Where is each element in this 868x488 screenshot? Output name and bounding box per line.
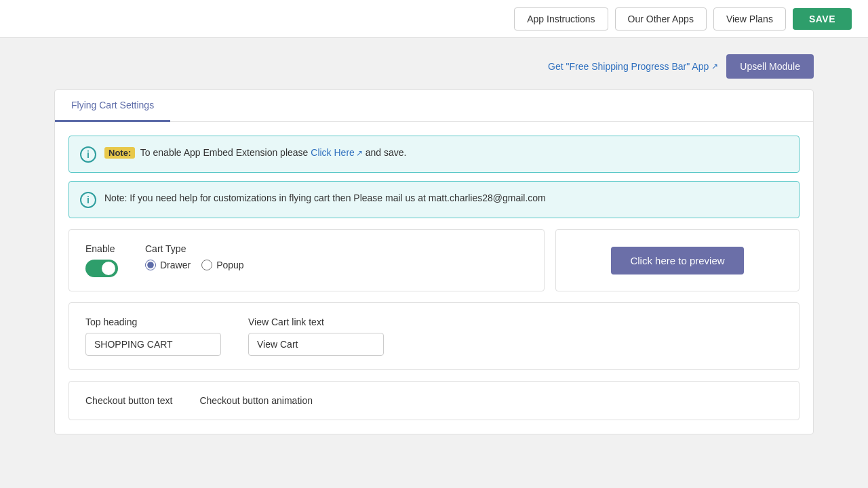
enable-label: Enable [85, 243, 118, 254]
app-instructions-button[interactable]: App Instructions [514, 7, 608, 30]
preview-button[interactable]: Click here to preview [611, 247, 743, 274]
checkout-button-text-label: Checkout button text [85, 395, 172, 406]
view-plans-button[interactable]: View Plans [713, 7, 786, 30]
view-cart-field-group: View Cart link text [248, 317, 384, 356]
tab-content: i Note: To enable App Embed Extension pl… [55, 122, 813, 434]
main-content: Get "Free Shipping Progress Bar" App ↗ U… [0, 38, 868, 462]
enable-cart-type-card: Enable Cart Type [68, 229, 545, 291]
external-link-icon: ↗ [711, 62, 718, 71]
cart-type-radio-group: Drawer Popup [145, 260, 244, 270]
popup-radio[interactable] [201, 260, 212, 270]
tab-container: Flying Cart Settings i Note: To enable A… [54, 89, 814, 434]
preview-card: Click here to preview [555, 229, 800, 291]
header: App Instructions Our Other Apps View Pla… [0, 0, 868, 38]
cart-type-field-group: Cart Type Drawer Popup [145, 243, 244, 270]
top-heading-label: Top heading [85, 317, 221, 327]
embed-notice-text: Note: To enable App Embed Extension plea… [104, 146, 406, 160]
tab-flying-cart-settings[interactable]: Flying Cart Settings [55, 90, 170, 122]
info-icon-1: i [80, 146, 96, 163]
drawer-option[interactable]: Drawer [145, 260, 191, 270]
upsell-module-button[interactable]: Upsell Module [726, 54, 814, 79]
enable-field-group: Enable [85, 243, 118, 277]
embed-notice-box: i Note: To enable App Embed Extension pl… [68, 136, 800, 173]
free-shipping-link[interactable]: Get "Free Shipping Progress Bar" App ↗ [548, 61, 718, 72]
drawer-label: Drawer [160, 260, 191, 270]
card-inner-2: Top heading View Cart link text [85, 317, 783, 356]
card-inner-1: Enable Cart Type [85, 243, 528, 277]
cart-type-label: Cart Type [145, 243, 244, 254]
note-badge-1: Note: [104, 147, 135, 159]
heading-viewcart-card: Top heading View Cart link text [68, 302, 800, 370]
top-heading-input[interactable] [85, 333, 221, 356]
help-notice-box: i Note: If you need help for customizati… [68, 181, 800, 218]
checkout-animation-group: Checkout button animation [199, 395, 313, 406]
tabs-bar: Flying Cart Settings [55, 90, 813, 122]
drawer-radio[interactable] [145, 260, 156, 270]
enable-toggle-wrapper [85, 260, 118, 277]
other-apps-button[interactable]: Our Other Apps [615, 7, 707, 30]
enable-toggle[interactable] [85, 260, 118, 277]
checkout-card: Checkout button text Checkout button ani… [68, 381, 800, 420]
info-icon-2: i [80, 192, 96, 208]
checkout-animation-label: Checkout button animation [199, 395, 313, 406]
view-cart-input[interactable] [248, 333, 384, 356]
save-button[interactable]: SAVE [793, 8, 852, 30]
external-link-icon-2: ↗ [356, 147, 363, 159]
help-notice-text: Note: If you need help for customization… [104, 191, 546, 205]
promo-bar: Get "Free Shipping Progress Bar" App ↗ U… [54, 54, 814, 79]
checkout-button-text-group: Checkout button text [85, 395, 172, 406]
toggle-slider [85, 260, 118, 277]
view-cart-label: View Cart link text [248, 317, 384, 327]
settings-row-1: Enable Cart Type [68, 229, 800, 291]
card-inner-3: Checkout button text Checkout button ani… [85, 395, 783, 406]
top-heading-field-group: Top heading [85, 317, 221, 356]
popup-label: Popup [216, 260, 243, 270]
popup-option[interactable]: Popup [201, 260, 243, 270]
click-here-link[interactable]: Click Here ↗ [311, 146, 363, 160]
